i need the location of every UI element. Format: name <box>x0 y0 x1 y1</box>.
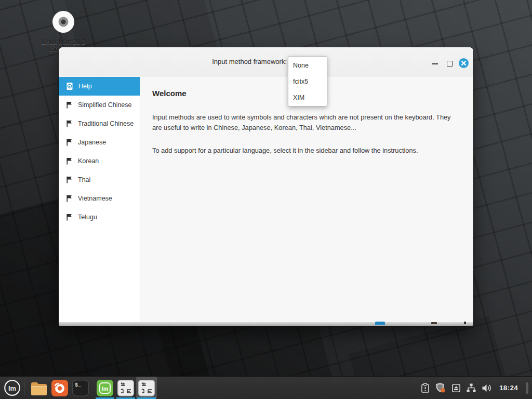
sidebar-item-label: Japanese <box>78 139 106 146</box>
firefox-icon[interactable] <box>51 380 68 396</box>
sidebar-item-label: Simplified Chinese <box>78 101 132 109</box>
folder-icon[interactable] <box>31 382 47 396</box>
mint-menu-button[interactable]: lm <box>0 377 24 399</box>
running-indicator <box>137 397 156 399</box>
taskbar-separator <box>24 381 24 395</box>
desktop: Linux Mint 21.2 Cinnamon Input method fr… <box>0 0 532 399</box>
svg-text:lm: lm <box>8 384 16 392</box>
sidebar-item-label: Korean <box>78 157 99 165</box>
update-shield-icon[interactable] <box>435 382 446 393</box>
sidebar-item-label: Traditional Chinese <box>78 120 134 127</box>
framework-label: Input method framework: <box>212 47 287 76</box>
dropdown-option-fcitx5[interactable]: fcitx5 <box>288 73 327 89</box>
close-button[interactable] <box>459 58 469 68</box>
sidebar-item-vietnamese[interactable]: Vietnamese <box>59 189 140 208</box>
terminal-icon[interactable]: $_ <box>72 380 89 396</box>
maximize-button[interactable] <box>447 61 453 66</box>
dropdown-option-xim[interactable]: XIM <box>288 89 327 105</box>
dropdown-option-none[interactable]: None <box>288 57 327 73</box>
help-icon <box>65 82 74 90</box>
input-methods-window: Input method framework: None fcitx5 XIM <box>59 47 473 326</box>
clock[interactable]: 18:24 <box>499 384 518 392</box>
svg-text:lm: lm <box>102 385 109 392</box>
framework-dropdown-popup: None fcitx5 XIM <box>288 56 327 107</box>
titlebar[interactable]: Input method framework: <box>59 47 473 76</box>
window-bottom-edge <box>59 322 473 326</box>
sidebar-item-korean[interactable]: Korean <box>59 152 140 170</box>
svg-text:$_: $_ <box>75 382 82 388</box>
sidebar-item-label: Vietnamese <box>78 195 112 202</box>
taskbar: lm $_ lm <box>0 376 532 399</box>
taskbar-window-input-methods-1[interactable] <box>115 377 136 399</box>
sidebar-item-help[interactable]: Help <box>59 77 140 96</box>
flag-icon <box>65 101 73 109</box>
intro-paragraph: Input methods are used to write symbols … <box>152 112 458 133</box>
hidden-widget-sliver <box>431 322 437 324</box>
close-icon <box>461 60 467 66</box>
taskbar-window-input-methods-2[interactable] <box>136 377 157 399</box>
running-indicator <box>116 397 135 399</box>
taskbar-window-mint-welcome[interactable]: lm <box>95 377 115 399</box>
input-method-icon <box>138 380 155 396</box>
sidebar-item-thai[interactable]: Thai <box>59 170 140 189</box>
hidden-widget-sliver <box>375 322 385 325</box>
sidebar-item-simplified-chinese[interactable]: Simplified Chinese <box>59 96 140 114</box>
flag-icon <box>65 194 73 203</box>
content-area: Welcome Input methods are used to write … <box>140 76 473 322</box>
disc-icon <box>52 10 75 33</box>
running-indicator <box>96 397 114 399</box>
removable-media-icon[interactable] <box>451 383 461 393</box>
sidebar-item-label: Thai <box>78 176 90 183</box>
flag-icon <box>65 213 73 221</box>
instructions-paragraph: To add support for a particular language… <box>152 145 458 156</box>
hidden-widget-sliver <box>464 322 466 324</box>
sidebar: Help Simplified Chinese Traditional Chin… <box>59 76 140 322</box>
input-method-icon <box>117 380 134 396</box>
system-tray: 18:24 <box>420 382 532 394</box>
flag-icon <box>65 138 73 147</box>
show-desktop-handle[interactable] <box>526 382 528 394</box>
mint-menu-icon: lm <box>4 379 21 396</box>
flag-icon <box>65 157 73 165</box>
volume-icon[interactable] <box>481 383 493 393</box>
sidebar-item-label: Telugu <box>78 214 97 221</box>
desktop-icon-computer[interactable]: Linux Mint 21.2 Cinnamon <box>30 10 97 53</box>
flag-icon <box>65 176 73 184</box>
sidebar-item-traditional-chinese[interactable]: Traditional Chinese <box>59 114 140 133</box>
sidebar-item-telugu[interactable]: Telugu <box>59 208 140 227</box>
sidebar-item-label: Help <box>78 83 92 90</box>
network-icon[interactable] <box>466 383 476 393</box>
flag-icon <box>65 119 73 128</box>
sidebar-item-japanese[interactable]: Japanese <box>59 133 140 152</box>
mint-welcome-icon: lm <box>97 380 113 396</box>
minimize-button[interactable] <box>432 63 438 64</box>
report-icon[interactable] <box>420 383 430 393</box>
